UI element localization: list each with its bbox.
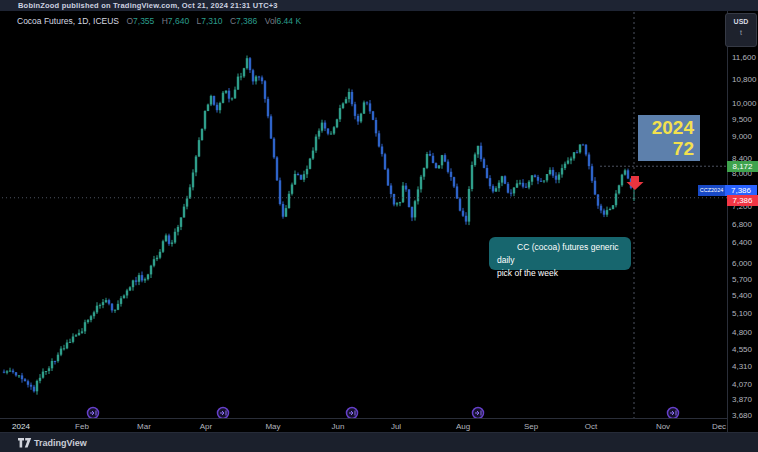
time-axis-tick: Sep xyxy=(524,422,538,431)
price-axis-tick: 4,310 xyxy=(732,362,752,371)
close-value: 7,386 xyxy=(236,16,257,26)
time-axis-tick: Jul xyxy=(391,422,401,431)
price-axis-tick: 4,550 xyxy=(732,345,752,354)
note-callout[interactable]: CC (cocoa) futures generic daily pick of… xyxy=(489,237,631,270)
price-axis[interactable]: 11,60010,80010,0009,5009,0008,4008,0007,… xyxy=(727,11,758,432)
contract-rollover-icon[interactable] xyxy=(473,408,484,419)
contract-rollover-icon[interactable] xyxy=(88,408,99,419)
price-axis-tick: 11,600 xyxy=(732,53,756,62)
price-axis-tick: 10,800 xyxy=(732,75,756,84)
time-axis-tick: Feb xyxy=(75,422,89,431)
currency-label: USD xyxy=(726,18,756,25)
year-annotation-line1: 2024 xyxy=(638,117,700,138)
year-annotation-box[interactable]: 2024 72 xyxy=(638,115,700,161)
footer-bar: TradingView xyxy=(0,432,758,452)
time-axis-tick: 2024 xyxy=(12,422,30,431)
contract-rollover-icon[interactable] xyxy=(347,408,358,419)
swing-high-price-label: 8,172 xyxy=(727,161,758,172)
time-axis-tick: Aug xyxy=(456,422,470,431)
price-axis-tick: 4,800 xyxy=(732,328,752,337)
price-axis-tick: 6,000 xyxy=(732,259,752,268)
symbol-legend[interactable]: Cocoa Futures, 1D, ICEUS O7,355 H7,640 L… xyxy=(17,16,301,26)
time-axis[interactable]: 2024FebMarAprMayJunJulAugSepOctNovDec xyxy=(0,418,758,433)
tradingview-chart-page: BobinZood published on TradingView.com, … xyxy=(0,0,758,452)
price-axis-tick: 9,500 xyxy=(732,115,752,124)
time-axis-tick: Dec xyxy=(712,422,726,431)
last-price-label: 7,386 xyxy=(727,195,758,206)
price-axis-tick: 5,100 xyxy=(732,309,752,318)
price-axis-tick: 3,680 xyxy=(732,411,752,420)
contract-rollover-icon[interactable] xyxy=(218,408,229,419)
candles-layer xyxy=(3,56,635,395)
time-axis-tick: Jun xyxy=(332,422,345,431)
price-axis-tick: 10,000 xyxy=(732,99,756,108)
currency-unit-box[interactable]: USD t xyxy=(725,13,757,47)
year-annotation-line2: 72 xyxy=(638,138,700,159)
low-value: 7,310 xyxy=(201,16,222,26)
volume-value: 6.44 K xyxy=(277,16,302,26)
price-axis-tick: 6,800 xyxy=(732,220,752,229)
high-value: 7,640 xyxy=(168,16,189,26)
time-axis-tick: Mar xyxy=(137,422,151,431)
open-value: 7,355 xyxy=(133,16,154,26)
price-axis-tick: 4,070 xyxy=(732,380,752,389)
volume-label: Vol xyxy=(265,16,277,26)
tradingview-brand-text[interactable]: TradingView xyxy=(34,438,87,448)
price-axis-tick: 3,870 xyxy=(732,395,752,404)
candlestick-chart[interactable] xyxy=(0,0,758,452)
price-axis-tick: 6,400 xyxy=(732,238,752,247)
price-axis-tick: 5,700 xyxy=(732,275,752,284)
contract-rollover-icon[interactable] xyxy=(668,408,679,419)
contract-symbol-label: CCZ2024 xyxy=(698,185,725,196)
price-axis-tick: 9,000 xyxy=(732,132,752,141)
time-axis-tick: Oct xyxy=(585,422,597,431)
time-axis-tick: Nov xyxy=(656,422,670,431)
time-axis-tick: Apr xyxy=(200,422,212,431)
tradingview-logo-icon[interactable] xyxy=(18,438,32,448)
note-callout-line1: CC (cocoa) futures generic daily xyxy=(497,241,623,267)
unit-label: t xyxy=(726,29,756,36)
symbol-title: Cocoa Futures, 1D, ICEUS xyxy=(17,16,119,26)
price-axis-tick: 5,400 xyxy=(732,291,752,300)
note-callout-line2: pick of the week xyxy=(497,267,623,280)
time-axis-tick: May xyxy=(265,422,280,431)
